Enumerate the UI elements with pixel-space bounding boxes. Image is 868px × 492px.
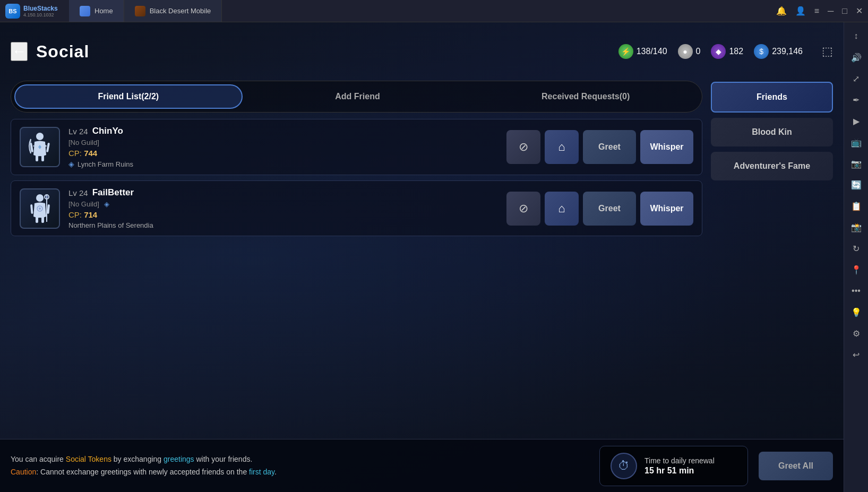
tab-received-requests[interactable]: Received Requests(0) — [472, 84, 699, 109]
tab-game-label: Black Desert Mobile — [150, 7, 211, 15]
rogue-avatar-icon — [27, 193, 53, 225]
location-pin-icon-2: ◈ — [104, 200, 109, 208]
friend-cp-2: CP: 714 — [68, 210, 498, 219]
svg-rect-4 — [36, 155, 38, 161]
friend-actions-2: ⊘ ⌂ Greet Whisper — [506, 192, 693, 226]
rs-sync-icon[interactable]: ↻ — [847, 239, 866, 258]
svg-rect-16 — [41, 217, 44, 223]
rs-theme-icon[interactable]: 💡 — [847, 303, 866, 322]
close-icon[interactable]: ✕ — [856, 6, 863, 16]
category-friends-button[interactable]: Friends — [711, 82, 833, 113]
game-area: ← Social ⚡ 138/140 ● 0 ◆ 182 $ 239,146 ⬚ — [0, 22, 844, 492]
minimize-icon[interactable]: ─ — [828, 6, 833, 16]
rs-fullscreen-icon[interactable]: ⤢ — [847, 69, 866, 88]
location-pin-icon-1: ◈ — [68, 160, 74, 168]
stone-stat: ● 0 — [678, 44, 701, 59]
friend-name-row-2: Lv 24 FailBetter — [68, 187, 498, 198]
tab-add-friend[interactable]: Add Friend — [245, 84, 471, 109]
rs-sound-icon[interactable]: 🔊 — [847, 48, 866, 67]
friend-location-1: ◈ Lynch Farm Ruins — [68, 160, 498, 168]
svg-point-12 — [46, 196, 48, 198]
renewal-time: 15 hr 51 min — [644, 466, 715, 476]
right-panel: Friends Blood Kin Adventurer's Fame — [711, 81, 833, 492]
notification-icon[interactable]: 🔔 — [776, 6, 787, 16]
maximize-icon[interactable]: □ — [842, 6, 847, 16]
rs-back-icon[interactable]: ↩ — [847, 345, 866, 364]
rs-macro-icon[interactable]: ▶ — [847, 111, 866, 131]
main-content: Friend List(2/2) Add Friend Received Req… — [0, 81, 844, 492]
svg-point-0 — [36, 133, 44, 140]
greet-button-2[interactable]: Greet — [583, 192, 636, 226]
friend-level-2: Lv 24 — [68, 188, 88, 197]
page-title: Social — [36, 42, 89, 62]
gem-stat: ◆ 182 — [711, 44, 743, 59]
greet-button-1[interactable]: Greet — [583, 130, 636, 164]
visit-camp-button-2[interactable]: ⌂ — [545, 192, 579, 226]
rs-screenshot-icon[interactable]: 📸 — [847, 218, 866, 237]
svg-marker-3 — [45, 144, 47, 148]
tab-game[interactable]: Black Desert Mobile — [124, 0, 222, 22]
home-tab-icon — [80, 6, 90, 16]
left-panel: Friend List(2/2) Add Friend Received Req… — [11, 81, 711, 492]
greet-all-button[interactable]: Greet All — [759, 452, 833, 480]
rs-keymapping-icon[interactable]: ✒ — [847, 90, 866, 109]
rs-clipboard-icon[interactable]: 📋 — [847, 196, 866, 215]
friend-location-text-1: Lynch Farm Ruins — [78, 160, 133, 168]
tab-home[interactable]: Home — [69, 0, 124, 22]
friend-name-1: ChinYo — [92, 126, 123, 136]
category-blood-kin-button[interactable]: Blood Kin — [711, 118, 833, 146]
exit-button[interactable]: ⬚ — [822, 45, 833, 58]
menu-icon[interactable]: ≡ — [814, 6, 819, 16]
energy-stat: ⚡ 138/140 — [618, 44, 667, 59]
svg-rect-7 — [46, 143, 50, 152]
account-icon[interactable]: 👤 — [795, 6, 806, 16]
bottom-bar: You can acquire Social Tokens by exchang… — [0, 439, 844, 492]
friend-guild-1: [No Guild] — [68, 139, 498, 146]
friend-location-2: Northern Plains of Serendia — [68, 221, 498, 229]
friend-list: Lv 24 ChinYo [No Guild] CP: 744 ◈ Lynch … — [11, 119, 702, 236]
friend-level-1: Lv 24 — [68, 127, 88, 136]
bs-name: BlueStacks — [23, 5, 58, 12]
friend-cp-value-2: 714 — [84, 210, 97, 219]
energy-value: 138/140 — [637, 47, 667, 56]
friend-name-row-1: Lv 24 ChinYo — [68, 126, 498, 136]
gem-icon: ◆ — [711, 44, 726, 59]
friend-row: Lv 24 ChinYo [No Guild] CP: 744 ◈ Lynch … — [11, 119, 702, 175]
rs-rotate-icon[interactable]: ↕ — [847, 27, 866, 46]
category-adventurer-fame-button[interactable]: Adventurer's Fame — [711, 152, 833, 180]
stone-icon: ● — [678, 44, 693, 59]
back-button[interactable]: ← — [11, 42, 28, 61]
info-line-2: Caution: Cannot exchange greetings with … — [11, 466, 589, 479]
friend-cp-label-1: CP: — [68, 149, 82, 158]
rs-screen-icon[interactable]: 📺 — [847, 133, 866, 152]
gem-value: 182 — [729, 47, 743, 56]
rs-location-icon[interactable]: 📍 — [847, 260, 866, 279]
remove-friend-button-1[interactable]: ⊘ — [506, 130, 540, 164]
whisper-button-1[interactable]: Whisper — [640, 130, 693, 164]
rs-reboot-icon[interactable]: 🔄 — [847, 175, 866, 194]
svg-rect-18 — [47, 204, 50, 213]
tab-friend-list[interactable]: Friend List(2/2) — [14, 84, 243, 109]
bluestacks-right-sidebar: ↕ 🔊 ⤢ ✒ ▶ 📺 📷 🔄 📋 📸 ↻ 📍 ••• 💡 ⚙ ↩ — [844, 22, 868, 492]
archer-avatar-icon — [27, 131, 53, 163]
energy-icon: ⚡ — [618, 44, 633, 59]
rs-settings-icon[interactable]: ⚙ — [847, 324, 866, 343]
friend-actions-1: ⊘ ⌂ Greet Whisper — [506, 130, 693, 164]
remove-friend-button-2[interactable]: ⊘ — [506, 192, 540, 226]
coin-stat: $ 239,146 — [754, 44, 803, 59]
bluestacks-logo: BS BlueStacks 4.150.10.1032 — [0, 4, 69, 19]
friend-guild-2: [No Guild] ◈ — [68, 200, 498, 208]
visit-camp-button-1[interactable]: ⌂ — [545, 130, 579, 164]
friend-cp-value-1: 744 — [84, 149, 97, 158]
svg-rect-17 — [30, 204, 33, 213]
info-line-1: You can acquire Social Tokens by exchang… — [11, 453, 589, 466]
bluestacks-bar: BS BlueStacks 4.150.10.1032 Home Black D… — [0, 0, 868, 22]
whisper-button-2[interactable]: Whisper — [640, 192, 693, 226]
friend-info-1: Lv 24 ChinYo [No Guild] CP: 744 ◈ Lynch … — [68, 126, 498, 168]
rs-more-icon[interactable]: ••• — [847, 281, 866, 300]
friend-cp-label-2: CP: — [68, 210, 82, 219]
social-tokens-highlight: Social Tokens — [66, 455, 111, 463]
rs-camera-icon[interactable]: 📷 — [847, 154, 866, 173]
renewal-box: ⏱ Time to daily renewal 15 hr 51 min — [599, 446, 748, 486]
svg-point-9 — [36, 194, 44, 202]
